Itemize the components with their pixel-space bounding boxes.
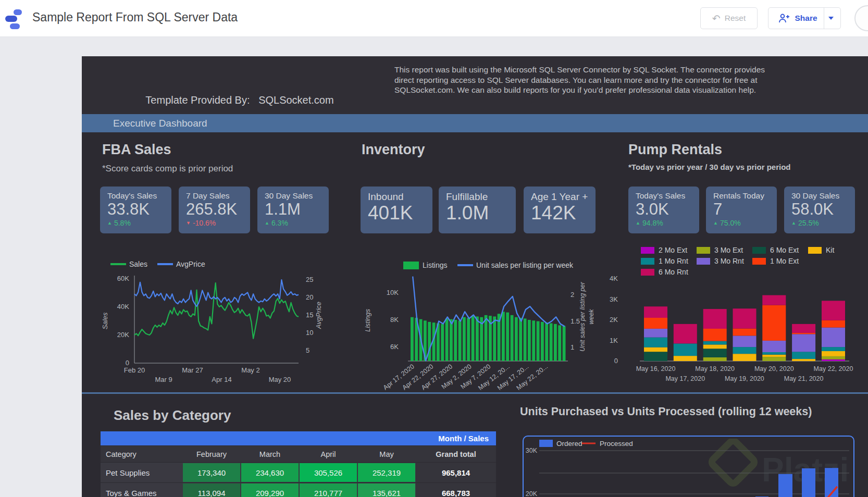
reset-button[interactable]: ↶ Reset [700, 7, 758, 29]
heatmap-cell: 135,621 [358, 483, 415, 497]
fba-sales-chart[interactable]: 60K40K20K0252015105SalesAvgPriceSalesAvg… [99, 257, 328, 387]
svg-text:1K: 1K [610, 337, 618, 344]
scorecard-fulfillable[interactable]: Fulfillable 1.0M [439, 187, 516, 233]
svg-text:3K: 3K [610, 295, 618, 303]
legend-item-3-mo-ext[interactable]: 3 Mo Ext [697, 245, 752, 255]
svg-text:25: 25 [306, 276, 313, 283]
share-button[interactable]: Share [768, 7, 841, 29]
svg-text:20: 20 [306, 293, 313, 301]
scorecard-pump-todays-sales[interactable]: Today's Sales 3.0K ▲94.8% [628, 187, 699, 233]
svg-text:0: 0 [126, 359, 129, 367]
arrow-up-icon: ▲ [791, 220, 796, 226]
legend-label: 3 Mo Rnt [714, 257, 744, 265]
inventory-chart[interactable]: ListingsUnit sales per listing per week1… [339, 257, 599, 387]
units-chart[interactable]: 30K20KOrderedProcessed [524, 437, 853, 497]
arrow-down-icon: ▼ [186, 220, 191, 226]
delta-badge: ▲75.0% [713, 219, 777, 227]
legend-item-1-mo-ext[interactable]: 1 Mo Ext [752, 256, 808, 266]
table-row[interactable]: Pet Supplies 173,340 234,630 305,526 252… [101, 463, 496, 482]
table-header-row: Category February March April May Grand … [101, 446, 496, 462]
table-row[interactable]: Toys & Games 113,094 209,290 210,777 135… [101, 483, 496, 497]
svg-text:60K: 60K [117, 275, 129, 282]
scorecard-7-day-sales[interactable]: 7 Day Sales 265.8K ▼-10.6% [179, 187, 250, 233]
units-chart-title: Units Purchased vs Units Processed (roll… [520, 405, 812, 418]
svg-text:Apr 14: Apr 14 [212, 376, 231, 383]
units-chart-box[interactable]: 30K20KOrderedProcessed [523, 436, 854, 497]
legend-label: 2 Mo Ext [659, 246, 687, 254]
add-person-icon [778, 14, 790, 23]
legend-swatch [697, 247, 710, 254]
scorecard-rentals-today[interactable]: Rentals Today 7 ▲75.0% [706, 187, 777, 233]
legend-item-kit[interactable]: Kit [808, 245, 864, 255]
sales-by-category-title: Sales by Category [114, 407, 231, 424]
legend-swatch [808, 247, 822, 254]
grand-total-cell: 965,814 [416, 463, 496, 482]
pump-rentals-chart[interactable]: 4K3K2K1K0May 16, 2020May 18, 2020May 20,… [588, 268, 868, 393]
svg-text:May 18, 2020: May 18, 2020 [695, 365, 735, 372]
legend-item-2-mo-ext[interactable]: 2 Mo Ext [641, 245, 697, 255]
heatmap-cell: 252,319 [358, 463, 415, 482]
legend-label: 3 Mo Ext [714, 246, 743, 254]
table-banner: Month / Sales [101, 431, 496, 445]
legend-label: 6 Mo Ext [770, 246, 799, 254]
sales-by-category-table[interactable]: Month / Sales Category February March Ap… [101, 431, 496, 497]
heatmap-cell: 210,777 [300, 483, 357, 497]
heatmap-cell: 113,094 [183, 483, 240, 497]
legend-item-1-mo-rnt[interactable]: 1 Mo Rnt [641, 256, 697, 266]
svg-text:Mar 9: Mar 9 [155, 376, 172, 383]
connector-description: This report was built using the Microsof… [394, 65, 786, 95]
svg-text:2K: 2K [610, 316, 618, 324]
svg-text:15: 15 [306, 311, 313, 319]
svg-text:Processed: Processed [600, 440, 633, 448]
pump-rentals-title: Pump Rentals [628, 142, 722, 158]
scorecard-age-1-year[interactable]: Age 1 Year + 142K [524, 187, 596, 233]
pump-legend-row: 2 Mo Ext3 Mo Ext6 Mo ExtKit [641, 245, 868, 255]
arrow-up-icon: ▲ [636, 220, 640, 226]
svg-text:40K: 40K [117, 303, 129, 310]
chevron-down-icon [828, 17, 834, 20]
looker-studio-report: Sample Report From SQL Server Data ↶ Res… [0, 0, 868, 497]
grand-total-cell: 668,783 [416, 483, 496, 497]
avatar[interactable] [854, 5, 868, 31]
pump-rentals-subtitle: *Today vs prior year / 30 day vs prior p… [628, 163, 791, 171]
svg-text:AvgPrice: AvgPrice [176, 260, 205, 268]
delta-badge: ▲5.8% [107, 219, 171, 227]
delta-badge: ▲94.8% [636, 219, 699, 227]
report-title: Sample Report From SQL Server Data [32, 10, 238, 24]
svg-text:8K: 8K [390, 316, 399, 324]
legend-swatch [697, 258, 710, 265]
svg-text:Sales: Sales [101, 312, 109, 329]
svg-text:AvgPrice: AvgPrice [315, 302, 323, 329]
scorecard-todays-sales[interactable]: Today's Sales 33.8K ▲5.8% [100, 187, 171, 233]
svg-text:1: 1 [571, 343, 574, 351]
svg-text:10K: 10K [387, 289, 399, 296]
svg-text:May 19, 2020: May 19, 2020 [725, 375, 764, 382]
legend-item-3-mo-rnt[interactable]: 3 Mo Rnt [697, 256, 752, 266]
share-dropdown-caret[interactable] [824, 8, 838, 29]
svg-text:May 21, 2020: May 21, 2020 [784, 375, 824, 382]
svg-text:10: 10 [306, 329, 313, 337]
svg-text:May 16, 2020: May 16, 2020 [636, 365, 676, 372]
svg-text:Unit sales per listing per: Unit sales per listing per [579, 281, 586, 351]
inventory-title: Inventory [362, 142, 425, 158]
delta-badge: ▲25.5% [791, 219, 855, 227]
svg-text:May 20: May 20 [269, 376, 291, 383]
svg-text:Sales: Sales [129, 260, 147, 268]
heatmap-cell: 234,630 [241, 463, 299, 482]
scorecard-pump-30-day-sales[interactable]: 30 Day Sales 58.0K ▲25.5% [784, 187, 855, 233]
fba-sales-title: FBA Sales [102, 142, 171, 158]
section-title: Executive Dashboard [113, 118, 207, 129]
scorecard-inbound[interactable]: Inbound 401K [361, 187, 432, 233]
legend-label: Kit [826, 246, 834, 254]
looker-studio-logo-icon[interactable] [5, 8, 25, 29]
svg-text:Mar 27: Mar 27 [182, 366, 203, 374]
svg-text:Feb 20: Feb 20 [124, 366, 145, 374]
legend-label: 1 Mo Ext [770, 257, 799, 265]
legend-item-6-mo-ext[interactable]: 6 Mo Ext [752, 245, 808, 255]
scorecard-30-day-sales[interactable]: 30 Day Sales 1.1M ▲6.3% [257, 187, 329, 233]
svg-text:Listings: Listings [423, 261, 447, 269]
svg-text:2: 2 [571, 291, 574, 299]
arrow-up-icon: ▲ [265, 220, 269, 226]
svg-text:May 20, 2020: May 20, 2020 [754, 365, 794, 372]
delta-badge: ▲6.3% [265, 219, 329, 227]
